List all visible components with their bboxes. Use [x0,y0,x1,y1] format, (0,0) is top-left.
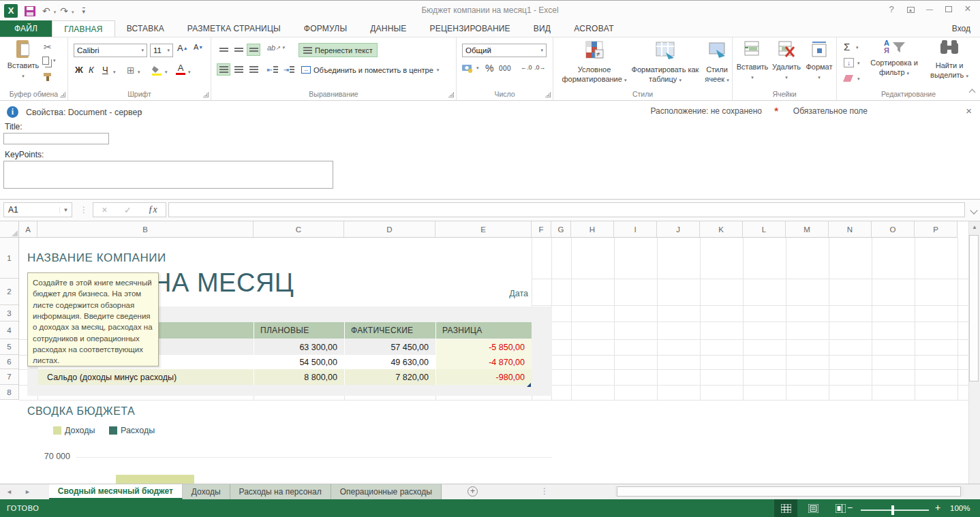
row-header-6[interactable]: 6 [0,355,19,369]
expand-formula-bar-icon[interactable] [970,206,977,214]
close-icon[interactable]: × [958,3,977,15]
insert-function-icon[interactable]: ƒx [149,204,157,215]
column-header-A[interactable]: A [19,221,37,238]
fill-dropdown-icon[interactable]: ▾ [857,61,860,66]
find-select-button[interactable]: Найти и выделить ▾ [924,39,975,80]
sheet-tab-расходы-на-персонал[interactable]: Расходы на персонал [230,484,331,499]
align-right-icon[interactable] [247,63,260,76]
company-name-cell[interactable]: НАЗВАНИЕ КОМПАНИИ [27,251,166,265]
budget-table-header-2[interactable]: ФАКТИЧЕСКИЕ [344,322,435,339]
budget-diff-value[interactable]: -4 870,00 [435,355,532,369]
column-header-K[interactable]: K [700,221,743,238]
budget-diff-value[interactable]: -5 850,00 [435,339,532,355]
tab-рецензирование[interactable]: РЕЦЕНЗИРОВАНИЕ [418,20,522,37]
column-header-N[interactable]: N [829,221,872,238]
cancel-entry-icon[interactable]: × [102,204,107,215]
chart-bar-income[interactable] [116,475,194,484]
borders-dropdown-icon[interactable]: ▾ [138,69,140,75]
column-header-G[interactable]: G [551,221,571,238]
normal-view-button[interactable] [774,499,797,517]
legend-item-доходы[interactable]: Доходы [53,426,95,435]
font-dialog-launcher-icon[interactable] [203,92,209,97]
properties-dropdown-icon[interactable]: ▾ [140,110,142,115]
zoom-out-icon[interactable]: − [847,502,853,513]
maximize-icon[interactable] [939,4,958,14]
sheet-tab-операционные-расходы[interactable]: Операционные расходы [331,484,442,499]
column-header-L[interactable]: L [743,221,786,238]
copy-icon[interactable]: ▾ [42,57,56,65]
vertical-scroll-thumb[interactable] [969,235,979,381]
underline-dropdown-icon[interactable]: ▾ [113,69,116,75]
tab-file[interactable]: ФАЙЛ [0,20,52,37]
shrink-font-icon[interactable]: А▼ [194,43,203,51]
insert-cells-button[interactable]: Вставить▾ [735,40,769,81]
tab-acrobat[interactable]: ACROBAT [562,20,626,37]
budget-fact-value[interactable]: 49 630,00 [344,355,435,369]
conditional-formatting-button[interactable]: ≠ Условное форматирование ▾ [560,40,628,84]
help-icon[interactable]: ? [882,4,901,14]
italic-button[interactable]: К [89,65,94,75]
column-header-J[interactable]: J [657,221,700,238]
ribbon-options-icon[interactable]: ▲ [901,5,920,13]
clear-dropdown-icon[interactable]: ▾ [857,76,860,82]
page-layout-view-button[interactable] [801,499,825,517]
column-header-I[interactable]: I [614,221,657,238]
format-as-table-button[interactable]: Форматировать как таблицу ▾ [630,40,701,84]
horizontal-scrollbar[interactable] [615,486,964,497]
column-header-O[interactable]: O [872,221,915,238]
new-sheet-button[interactable]: + [468,486,478,497]
zoom-in-icon[interactable]: + [935,502,940,513]
column-header-D[interactable]: D [344,221,435,238]
column-header-H[interactable]: H [571,221,614,238]
decrease-indent-icon[interactable]: ⇤ [266,63,279,76]
percent-style-icon[interactable]: % [485,63,493,74]
fill-color-icon[interactable] [151,65,163,76]
tab-вид[interactable]: ВИД [522,20,562,37]
zoom-percentage[interactable]: 100% [950,504,970,512]
font-color-dropdown-icon[interactable]: ▾ [188,69,191,75]
fill-color-dropdown-icon[interactable]: ▾ [165,69,168,75]
cell-styles-button[interactable]: Стили ячеек ▾ [702,40,732,84]
bold-button[interactable]: Ж [75,65,83,75]
horizontal-scroll-thumb[interactable] [617,486,961,497]
font-color-icon[interactable]: А [176,63,185,75]
delete-cells-button[interactable]: Удалить▾ [769,40,803,81]
align-bottom-icon[interactable] [247,44,260,56]
autosum-dropdown-icon[interactable]: ▾ [856,45,859,50]
name-box-dropdown-icon[interactable]: ▼ [59,207,72,213]
orientation-icon[interactable]: ab↗▾ [267,44,284,52]
budget-table-header-1[interactable]: ПЛАНОВЫЕ [254,322,344,339]
tab-главная[interactable]: ГЛАВНАЯ [52,20,114,37]
fill-icon[interactable]: ↓ [844,58,854,67]
budget-diff-value[interactable]: -980,00 [435,369,532,385]
title-field[interactable] [3,133,109,144]
confirm-entry-icon[interactable]: ✓ [124,205,132,215]
row-header-7[interactable]: 7 [0,369,19,385]
date-label-cell[interactable]: Дата [470,289,528,298]
increase-decimal-icon[interactable]: ←.0 [521,64,532,71]
sheet-nav-right-icon[interactable]: ► [18,484,37,499]
properties-dropdown[interactable]: Свойства: Document - сервер [26,108,142,117]
format-painter-icon[interactable] [42,72,53,82]
number-dialog-launcher-icon[interactable] [545,92,551,97]
align-top-icon[interactable] [217,44,230,56]
accounting-format-icon[interactable]: ▾ [462,63,479,73]
number-format-combo[interactable]: Общий▾ [462,44,547,57]
legend-item-расходы[interactable]: Расходы [109,426,155,435]
budget-plan-value[interactable]: 8 800,00 [254,369,344,385]
budget-fact-value[interactable]: 7 820,00 [344,369,435,385]
clear-icon[interactable] [842,74,855,83]
font-size-combo[interactable]: 11▾ [150,44,173,57]
sheet-tab-сводный-месячный-бюджет[interactable]: Сводный месячный бюджет [49,484,183,499]
worksheet-grid[interactable]: ABCDEFGHIJKLMNOP 12345678 НАЗВАНИЕ КОМПА… [0,221,968,484]
column-header-B[interactable]: B [37,221,254,238]
column-header-C[interactable]: C [254,221,344,238]
close-panel-icon[interactable]: × [966,105,972,116]
cut-icon[interactable]: ✂ [44,42,52,52]
budget-plan-value[interactable]: 54 500,00 [254,355,344,369]
column-header-E[interactable]: E [435,221,532,238]
column-header-M[interactable]: M [786,221,829,238]
grow-font-icon[interactable]: А▲ [177,43,188,53]
font-family-combo[interactable]: Calibri▾ [74,44,147,57]
format-cells-button[interactable]: Формат▾ [803,40,835,81]
